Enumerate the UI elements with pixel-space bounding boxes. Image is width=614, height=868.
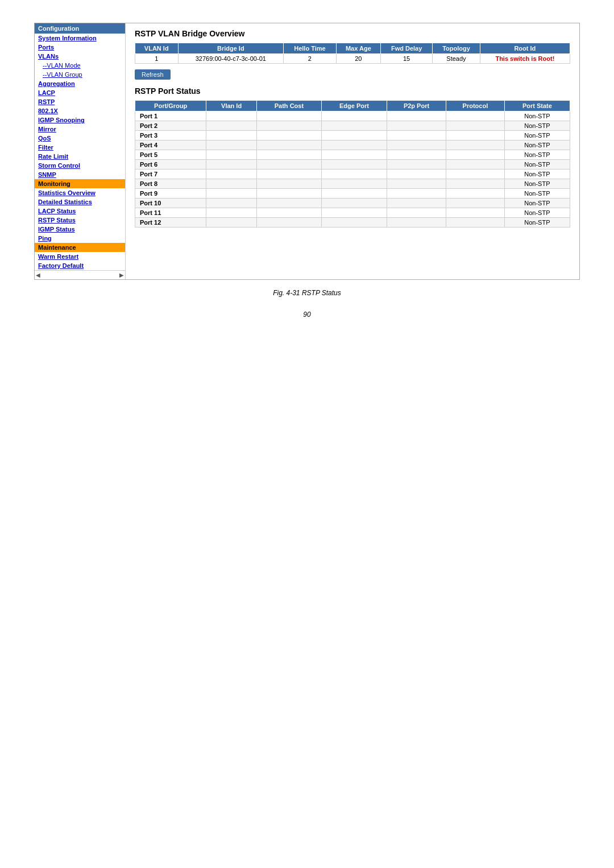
scroll-left-icon[interactable]: ◀ (36, 272, 40, 278)
table-row: Port 1Non-STP (135, 111, 570, 121)
bridge-col-root-id: Root Id (480, 43, 570, 54)
bridge-col-vlan-id: VLAN Id (135, 43, 179, 54)
port-col-port-state: Port State (504, 101, 570, 111)
bridge-col-topology: Topology (433, 43, 480, 54)
sidebar-item-storm-control[interactable]: Storm Control (35, 161, 125, 170)
sidebar-item-factory-default[interactable]: Factory Default (35, 261, 125, 270)
scroll-right-icon[interactable]: ▶ (119, 272, 124, 278)
sidebar-item-vlan-mode[interactable]: --VLAN Mode (35, 61, 125, 70)
table-row: Port 5Non-STP (135, 150, 570, 160)
bridge-overview-title: RSTP VLAN Bridge Overview (135, 29, 570, 38)
sidebar-item-configuration[interactable]: Configuration (35, 23, 125, 34)
sidebar-item-ping[interactable]: Ping (35, 234, 125, 243)
refresh-button[interactable]: Refresh (135, 69, 171, 80)
sidebar-item-qos[interactable]: QoS (35, 134, 125, 143)
bridge-col-max-age: Max Age (336, 43, 380, 54)
table-row: Port 6Non-STP (135, 160, 570, 170)
table-row: Port 8Non-STP (135, 179, 570, 189)
table-row: Port 3Non-STP (135, 131, 570, 140)
sidebar-item-detailed-statistics[interactable]: Detailed Statistics (35, 197, 125, 206)
port-status-table: Port/Group Vlan Id Path Cost Edge Port P… (135, 100, 570, 228)
table-row: Port 10Non-STP (135, 199, 570, 208)
table-row: Port 4Non-STP (135, 140, 570, 150)
sidebar-item-8021x[interactable]: 802.1X (35, 106, 125, 115)
sidebar-item-system-information[interactable]: System Information (35, 34, 125, 43)
table-row: Port 11Non-STP (135, 208, 570, 218)
content-area: RSTP VLAN Bridge Overview VLAN Id Bridge… (126, 23, 579, 279)
port-col-edge-port: Edge Port (321, 101, 387, 111)
sidebar-item-lacp-status[interactable]: LACP Status (35, 206, 125, 216)
port-col-protocol: Protocol (446, 101, 504, 111)
figure-caption: Fig. 4-31 RSTP Status (273, 289, 341, 297)
page-number: 90 (303, 311, 310, 319)
port-col-p2p-port: P2p Port (387, 101, 446, 111)
table-row: Port 7Non-STP (135, 170, 570, 179)
sidebar-item-warm-restart[interactable]: Warm Restart (35, 252, 125, 261)
sidebar-item-ports[interactable]: Ports (35, 43, 125, 52)
port-col-port-group: Port/Group (135, 101, 206, 111)
sidebar-item-rstp[interactable]: RSTP (35, 97, 125, 106)
sidebar-item-igmp-status[interactable]: IGMP Status (35, 225, 125, 234)
port-status-title: RSTP Port Status (135, 86, 570, 96)
table-row: 132769:00-40-c7-3c-00-0122015SteadyThis … (135, 54, 570, 64)
port-col-vlan-id: Vlan Id (206, 101, 257, 111)
page-wrapper: Configuration System Information Ports V… (0, 0, 614, 868)
port-col-path-cost: Path Cost (256, 101, 321, 111)
bridge-col-hello-time: Hello Time (284, 43, 337, 54)
bridge-col-fwd-delay: Fwd Delay (381, 43, 433, 54)
sidebar-bottom: ◀ ▶ (35, 270, 125, 279)
sidebar-item-rstp-status[interactable]: RSTP Status (35, 216, 125, 225)
table-row: Port 12Non-STP (135, 218, 570, 228)
sidebar-item-igmp-snooping[interactable]: IGMP Snooping (35, 115, 125, 125)
table-row: Port 2Non-STP (135, 121, 570, 131)
sidebar-item-mirror[interactable]: Mirror (35, 125, 125, 134)
sidebar-item-maintenance[interactable]: Maintenance (35, 243, 125, 252)
sidebar-item-statistics-overview[interactable]: Statistics Overview (35, 188, 125, 197)
sidebar-item-vlans[interactable]: VLANs (35, 52, 125, 61)
sidebar-item-aggregation[interactable]: Aggregation (35, 79, 125, 88)
sidebar-item-snmp[interactable]: SNMP (35, 170, 125, 179)
table-row: Port 9Non-STP (135, 189, 570, 199)
main-container: Configuration System Information Ports V… (34, 23, 580, 280)
sidebar-item-rate-limit[interactable]: Rate Limit (35, 152, 125, 161)
sidebar-item-lacp[interactable]: LACP (35, 88, 125, 97)
bridge-overview-table: VLAN Id Bridge Id Hello Time Max Age Fwd… (135, 43, 570, 64)
sidebar-item-vlan-group[interactable]: --VLAN Group (35, 70, 125, 79)
bridge-col-bridge-id: Bridge Id (178, 43, 284, 54)
sidebar-item-monitoring[interactable]: Monitoring (35, 179, 125, 188)
sidebar: Configuration System Information Ports V… (35, 23, 126, 279)
sidebar-item-filter[interactable]: Filter (35, 143, 125, 152)
